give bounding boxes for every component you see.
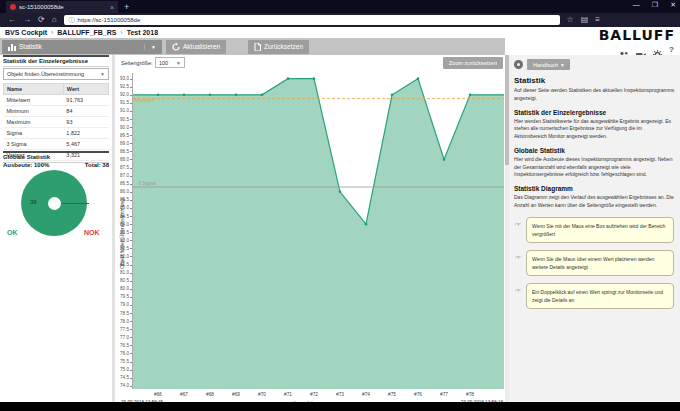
chevron-down-icon: ▼	[144, 44, 156, 50]
ok-label: OK	[7, 229, 18, 236]
browser-tab-bar: sc-151000058de × + — ❐ ✕	[0, 0, 680, 13]
x-tick-label: #69	[226, 392, 246, 397]
chevron-down-icon: ▼	[100, 71, 105, 77]
help-section-body: Auf dieser Seite werden Statistiken des …	[514, 87, 675, 103]
data-point-marker[interactable]	[261, 94, 264, 97]
browser-tab[interactable]: sc-151000058de ×	[6, 1, 118, 13]
statistik-view-dropdown[interactable]: Statistik ▼	[2, 40, 162, 54]
tab-favicon-icon	[10, 4, 16, 10]
help-tip-callout: ☞ Wenn Sie die Maus über einem Wert plat…	[526, 250, 674, 276]
help-tip-callout: ☞ Ein Doppelklick auf einen Wert springt…	[526, 283, 674, 309]
tip-text: Ein Doppelklick auf einen Wert springt z…	[532, 289, 663, 303]
y-axis-title: Objekt finden.Übereinstimmung	[119, 199, 125, 269]
data-point-marker[interactable]	[313, 77, 316, 80]
col-header-name: Name	[4, 84, 64, 95]
help-panel: Handbuch ▾ Statistik Auf dieser Seite we…	[509, 55, 680, 402]
nok-label: NOK	[84, 229, 100, 236]
data-point-marker[interactable]	[157, 94, 160, 97]
x-tick-label: #78	[460, 392, 480, 397]
statistics-table: Name Wert Mittelwert91,763 Minimum84 Max…	[3, 83, 109, 161]
url-bar[interactable]: ⓘ https://sc-151000058de	[64, 15, 560, 25]
home-icon[interactable]: ⌂	[52, 15, 57, 25]
mean-line-label: Mittelwert	[135, 98, 155, 103]
statistics-side-panel: Statistik der Einzelergebnisse Objekt fi…	[0, 55, 112, 402]
refresh-label: Aktualisieren	[183, 43, 220, 50]
data-point-marker[interactable]	[235, 94, 238, 97]
handbook-dropdown-button[interactable]: Handbuch ▾	[527, 59, 570, 70]
donut-hole	[48, 197, 61, 210]
data-point-marker[interactable]	[469, 94, 472, 97]
tip-text: Wenn Sie die Maus über einem Wert platzi…	[532, 256, 654, 270]
breadcrumb-item-cockpit[interactable]: BVS Cockpit	[5, 29, 47, 36]
data-point-marker[interactable]	[339, 191, 342, 194]
reload-icon[interactable]: ⟳	[38, 15, 45, 25]
x-tick-label: #72	[304, 392, 324, 397]
pointer-hand-icon: ☞	[515, 252, 521, 263]
help-tip-callout: ☞ Wenn Sie mit der Maus eine Box aufzieh…	[526, 217, 674, 243]
pointer-hand-icon: ☞	[515, 219, 521, 230]
x-tick-label: #66	[148, 392, 168, 397]
minimize-button[interactable]: —	[633, 1, 640, 9]
data-point-marker[interactable]	[391, 94, 394, 97]
data-point-marker[interactable]	[287, 77, 290, 80]
statistics-line-chart[interactable]: 74.074.575.075.576.076.577.077.578.078.5…	[115, 55, 505, 402]
table-row: Maximum93	[4, 117, 109, 128]
table-row: Sigma1,822	[4, 128, 109, 139]
forward-icon[interactable]: →	[23, 15, 31, 25]
new-tab-button[interactable]: +	[124, 2, 129, 12]
breadcrumb: BVS Cockpit › BALLUFF_FB_RS › Test 2018	[5, 29, 158, 36]
data-point-marker[interactable]	[183, 94, 186, 97]
handbook-row: Handbuch ▾	[514, 59, 675, 70]
help-section-body: Das Diagramm zeigt den Verlauf des ausge…	[514, 194, 675, 210]
help-section-title: Statistik der Einzelergebnisse	[514, 109, 675, 116]
maximize-button[interactable]: ❐	[652, 1, 658, 9]
tab-title: sc-151000058de	[19, 4, 107, 10]
help-section-body: Hier werden Statistikwerte für das ausge…	[514, 118, 675, 141]
sigma-line-label: -3 Sigma	[137, 181, 155, 186]
breadcrumb-item-test[interactable]: Test 2018	[127, 29, 158, 36]
collapse-panel-icon[interactable]	[514, 60, 523, 69]
reset-button[interactable]: Zurücksetzen	[248, 40, 309, 54]
x-tick-label: #76	[408, 392, 428, 397]
data-point-marker[interactable]	[209, 94, 212, 97]
close-button[interactable]: ✕	[670, 1, 676, 9]
menu-icon[interactable]: ≡	[595, 15, 600, 25]
x-tick-label: #67	[174, 392, 194, 397]
reset-label: Zurücksetzen	[264, 43, 303, 50]
x-tick-label: #70	[252, 392, 272, 397]
back-icon[interactable]: ←	[8, 15, 16, 25]
ok-nok-donut-chart[interactable]: 38	[18, 170, 90, 236]
x-tick-label: #74	[356, 392, 376, 397]
table-row: Mittelwert91,763	[4, 95, 109, 106]
help-section-title: Statistik Diagramm	[514, 185, 675, 192]
site-info-icon[interactable]: ⓘ	[69, 16, 75, 25]
help-section-body: Hier wird die Ausbeute dieses Inspektion…	[514, 156, 675, 179]
data-point-marker[interactable]	[443, 158, 446, 161]
x-tick-label: #75	[382, 392, 402, 397]
application-window: sc-151000058de × + — ❐ ✕ ← → ⟳ ⌂ ⓘ https…	[0, 0, 680, 411]
chevron-down-icon: ▾	[561, 62, 564, 68]
breadcrumb-separator: ›	[49, 29, 55, 36]
handbook-label: Handbuch	[533, 62, 558, 68]
donut-value-label: 38	[30, 199, 37, 205]
bookmark-star-icon[interactable]: ☆	[567, 15, 574, 25]
browser-nav-bar: ← → ⟳ ⌂ ⓘ https://sc-151000058de ☆ ▤ ≡	[0, 13, 680, 27]
url-text: https://sc-151000058de	[78, 17, 141, 23]
bar-chart-icon	[8, 43, 16, 51]
single-results-heading: Statistik der Einzelergebnisse	[3, 55, 109, 67]
x-tick-label: #77	[434, 392, 454, 397]
tab-close-icon[interactable]: ×	[110, 4, 114, 11]
help-section-title: Globale Statistik	[514, 147, 675, 154]
x-tick-label: #68	[200, 392, 220, 397]
refresh-button[interactable]: Aktualisieren	[166, 40, 226, 54]
data-point-marker[interactable]	[365, 223, 368, 226]
x-tick-label: #71	[278, 392, 298, 397]
breadcrumb-item-program[interactable]: BALLUFF_FB_RS	[57, 29, 116, 36]
data-point-marker[interactable]	[417, 77, 420, 80]
yield-total-row: Ausbeute: 100% Total: 38	[3, 162, 109, 168]
refresh-icon	[172, 43, 180, 51]
yield-label: Ausbeute: 100%	[3, 162, 49, 168]
result-select-dropdown[interactable]: Objekt finden.Übereinstimmung ▼	[3, 68, 109, 80]
total-label: Total: 38	[85, 162, 109, 168]
library-icon[interactable]: ▤	[581, 15, 589, 25]
